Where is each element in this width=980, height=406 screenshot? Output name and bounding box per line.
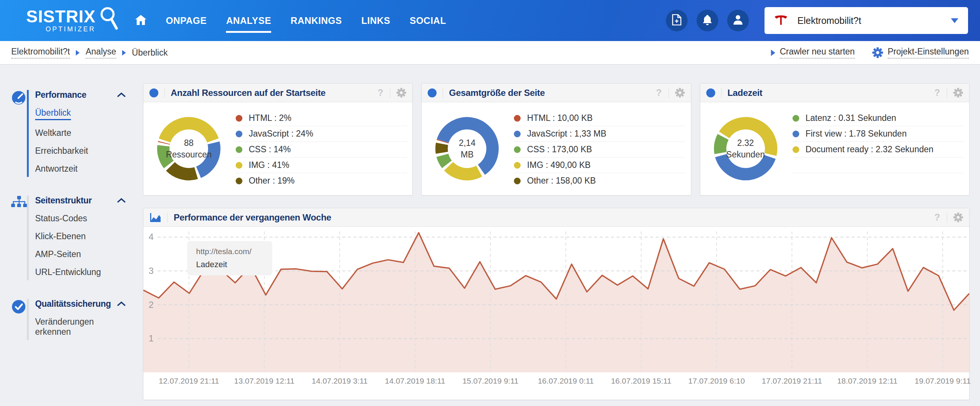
sidebar-item-antwortzeit[interactable]: Antwortzeit bbox=[35, 164, 126, 174]
sidebar-item-erreichbarkeit[interactable]: Erreichbarkeit bbox=[35, 146, 126, 156]
x-axis-label: 14.07.2019 18:11 bbox=[385, 376, 445, 385]
donut-chart: 2.32Sekunden bbox=[709, 112, 782, 189]
check-circle-icon bbox=[0, 299, 27, 340]
legend: Latenz : 0.31 SekundenFirst view : 1.78 … bbox=[792, 111, 964, 189]
breadcrumb-item-berblick[interactable]: Überblick bbox=[132, 48, 168, 58]
legend-item: CSS : 14% bbox=[235, 142, 407, 157]
legend-dot-icon bbox=[514, 131, 520, 137]
sidebar-item-klick-ebenen[interactable]: Klick-Ebenen bbox=[35, 232, 126, 241]
nav-home[interactable] bbox=[135, 15, 146, 27]
brand-name: SISTRIX bbox=[26, 8, 95, 25]
widget-cards-row: Anzahl Ressourcen auf der Startseite ? 8… bbox=[143, 83, 970, 195]
legend-dot-icon bbox=[514, 115, 520, 122]
legend: HTML : 10,00 KBJavaScript : 1,33 MBCSS :… bbox=[514, 111, 685, 189]
y-axis-label: 2 bbox=[149, 300, 153, 310]
pie-chart-icon bbox=[428, 89, 437, 97]
gear-icon bbox=[872, 47, 883, 58]
account-user-icon bbox=[733, 14, 743, 27]
donut-chart: 88Ressourcen bbox=[153, 112, 225, 189]
legend-item: Other : 19% bbox=[235, 173, 407, 189]
main-navigation: ONPAGEANALYSERANKINGSLINKSSOCIAL bbox=[135, 15, 446, 27]
divider bbox=[164, 88, 165, 98]
widget-card-ladezeit: Ladezeit ? 2.32Sekunden Latenz : 0.31 Se… bbox=[700, 83, 970, 195]
gauge-icon bbox=[0, 90, 27, 177]
card-header: Anzahl Ressourcen auf der Startseite ? bbox=[143, 84, 412, 102]
sidebar-item-url-entwicklung[interactable]: URL-Entwicklung bbox=[35, 267, 126, 277]
sidebar-item-amp-seiten[interactable]: AMP-Seiten bbox=[35, 249, 126, 259]
action-label: Crawler neu starten bbox=[780, 47, 855, 59]
donut-center-label: 2,14MB bbox=[431, 112, 503, 185]
sidebar-section-header-performance[interactable]: Performance bbox=[35, 90, 126, 100]
help-button[interactable]: ? bbox=[655, 87, 662, 98]
legend-dot-icon bbox=[235, 162, 242, 169]
crawler-restart-link[interactable]: Crawler neu starten bbox=[771, 47, 855, 59]
content: Performance ÜberblickWeltkarteErreichbar… bbox=[0, 65, 980, 406]
legend-item bbox=[792, 173, 964, 189]
card-header: Performance der vergangenen Woche ? bbox=[143, 208, 969, 227]
sidebar-item-berblick[interactable]: Überblick bbox=[35, 108, 126, 120]
pie-chart-icon bbox=[706, 89, 715, 97]
help-button[interactable]: ? bbox=[934, 212, 941, 223]
sidebar-section-header-qualit-tssicherung[interactable]: Qualitätssicherung bbox=[35, 299, 126, 309]
sidebar-section-qualit-tssicherung: Qualitätssicherung Veränderungen erkenne… bbox=[0, 299, 138, 340]
y-axis-label: 3 bbox=[149, 266, 153, 276]
settings-gear-icon[interactable] bbox=[675, 88, 685, 98]
legend-item: Other : 158,00 KB bbox=[514, 173, 685, 189]
nav-links[interactable]: LINKS bbox=[361, 15, 390, 26]
report-file-button[interactable] bbox=[666, 10, 687, 31]
magnifier-icon bbox=[98, 6, 119, 32]
donut-center-label: 88Ressourcen bbox=[153, 112, 225, 185]
project-settings-link[interactable]: Projekt-Einstellungen bbox=[872, 47, 969, 59]
legend-item: HTML : 10,00 KB bbox=[514, 111, 685, 126]
x-axis-label: 14.07.2019 3:11 bbox=[312, 376, 368, 385]
nav-social[interactable]: SOCIAL bbox=[410, 15, 446, 26]
sidebar-section-header-seitenstruktur[interactable]: Seitenstruktur bbox=[35, 195, 126, 206]
settings-gear-icon[interactable] bbox=[953, 213, 963, 222]
section-title: Qualitätssicherung bbox=[35, 299, 111, 309]
nav-analyse[interactable]: ANALYSE bbox=[226, 15, 271, 26]
legend-item: Latenz : 0.31 Sekunden bbox=[792, 111, 964, 126]
x-axis-label: 18.07.2019 12:11 bbox=[837, 376, 897, 385]
sitemap-icon bbox=[0, 195, 27, 280]
breadcrumb-item-elektromobilit-t[interactable]: Elektromobilit?t bbox=[11, 47, 70, 59]
sidebar-item-ver-nderungen-erkennen[interactable]: Veränderungen erkennen bbox=[35, 317, 126, 337]
divider bbox=[442, 88, 443, 98]
project-name: Elektromobilit?t bbox=[797, 15, 951, 26]
project-selector[interactable]: Elektromobilit?t bbox=[765, 7, 968, 34]
x-axis-label: 13.07.2019 12:11 bbox=[234, 376, 295, 385]
nav-rankings[interactable]: RANKINGS bbox=[291, 15, 342, 26]
chevron-up-icon bbox=[117, 197, 126, 204]
divider bbox=[947, 88, 947, 98]
sistrix-logo[interactable]: SISTRIX OPTIMIZER bbox=[26, 8, 119, 33]
card-title: Gesamtgröße der Seite bbox=[449, 88, 544, 98]
legend-dot-icon bbox=[792, 131, 799, 137]
x-axis-label: 17.07.2019 6:10 bbox=[688, 376, 745, 385]
section-title: Seitenstruktur bbox=[35, 195, 92, 206]
nav-onpage[interactable]: ONPAGE bbox=[166, 15, 207, 26]
help-button[interactable]: ? bbox=[934, 87, 941, 98]
breadcrumb-item-analyse[interactable]: Analyse bbox=[86, 47, 116, 59]
donut-center-label: 2.32Sekunden bbox=[709, 112, 782, 185]
chart-tooltip: http://tesla.com/ Ladezeit bbox=[187, 241, 272, 275]
brand-subtitle: OPTIMIZER bbox=[46, 25, 95, 33]
settings-gear-icon[interactable] bbox=[953, 88, 963, 98]
tesla-logo-icon bbox=[774, 13, 788, 28]
x-axis-label: 12.07.2019 21:11 bbox=[159, 376, 219, 385]
sidebar-item-status-codes[interactable]: Status-Codes bbox=[35, 213, 126, 224]
notifications-button[interactable] bbox=[697, 10, 718, 31]
settings-gear-icon[interactable] bbox=[396, 88, 406, 98]
help-button[interactable]: ? bbox=[377, 87, 384, 98]
performance-chart-card: Performance der vergangenen Woche ? 1234… bbox=[143, 208, 970, 400]
account-button[interactable] bbox=[727, 10, 749, 31]
card-body: 2.32Sekunden Latenz : 0.31 SekundenFirst… bbox=[700, 102, 969, 195]
legend-item: IMG : 490,00 KB bbox=[514, 157, 685, 173]
legend-dot-icon bbox=[792, 115, 799, 122]
legend-dot-icon bbox=[514, 146, 520, 153]
sidebar-item-weltkarte[interactable]: Weltkarte bbox=[35, 128, 126, 138]
legend-dot-icon bbox=[235, 146, 242, 153]
divider bbox=[390, 88, 390, 98]
chevron-down-icon bbox=[951, 18, 958, 23]
action-label: Projekt-Einstellungen bbox=[888, 47, 969, 59]
breadcrumb: Elektromobilit?tAnalyseÜberblick bbox=[11, 47, 168, 59]
tooltip-metric: Ladezeit bbox=[196, 260, 263, 270]
